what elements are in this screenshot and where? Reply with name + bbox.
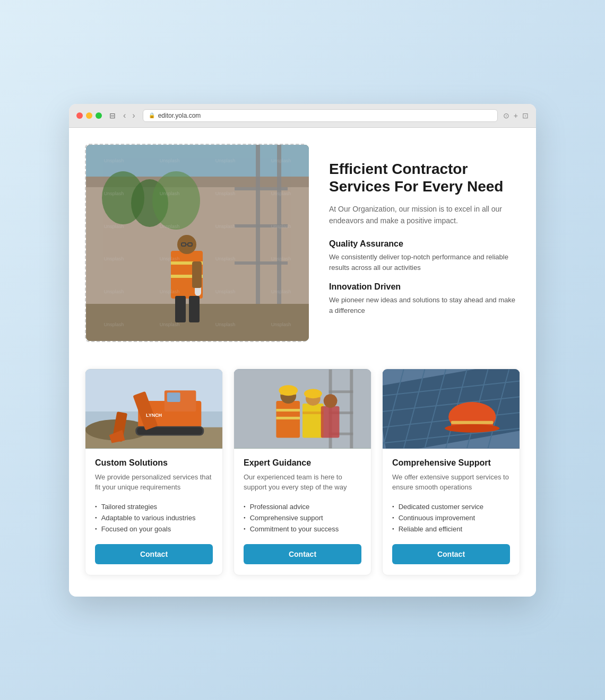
forward-button[interactable]: ›	[130, 110, 137, 121]
lock-icon: 🔒	[149, 112, 155, 118]
list-item: Adaptable to various industries	[95, 512, 213, 523]
hero-image: Unsplash Unsplash Unsplash Unsplash Unsp…	[86, 145, 309, 341]
list-item: Continuous improvement	[392, 512, 510, 523]
feature-innovation: Innovation Driven We pioneer new ideas a…	[329, 282, 520, 316]
browser-window: ⊟ ‹ › 🔒 editor.yola.com ⊙ + ⊡	[69, 104, 536, 597]
svg-rect-41	[329, 390, 353, 393]
url-text: editor.yola.com	[158, 112, 201, 119]
svg-rect-40	[350, 369, 353, 448]
hero-title: Efficient Contractor Services For Every …	[329, 160, 520, 196]
svg-rect-50	[302, 404, 324, 438]
cards-section: LYNCH Custom Solutions We provide person…	[85, 369, 520, 575]
card-comprehensive-support-title: Comprehensive Support	[392, 458, 510, 468]
maximize-button[interactable]	[96, 112, 102, 119]
svg-point-72	[445, 424, 499, 432]
nav-buttons: ‹ ›	[121, 110, 137, 121]
card-comprehensive-support-list: Dedicated customer service Continuous im…	[392, 501, 510, 535]
svg-rect-55	[321, 406, 340, 438]
hero-image-wrapper: Unsplash Unsplash Unsplash Unsplash Unsp…	[85, 144, 308, 342]
svg-rect-49	[280, 390, 296, 395]
contact-button-2[interactable]: Contact	[244, 544, 361, 564]
card-expert-guidance-list: Professional advice Comprehensive suppor…	[244, 501, 361, 535]
feature-quality-desc: We consistently deliver top-notch perfor…	[329, 252, 520, 273]
svg-rect-46	[276, 416, 300, 419]
svg-rect-5	[235, 187, 288, 190]
svg-rect-6	[235, 224, 288, 228]
card-custom-solutions: LYNCH Custom Solutions We provide person…	[85, 369, 223, 575]
hero-text: Efficient Contractor Services For Every …	[329, 160, 520, 326]
svg-rect-45	[276, 409, 300, 412]
card-image-solar	[383, 369, 520, 449]
svg-text:LYNCH: LYNCH	[146, 412, 162, 417]
svg-rect-54	[306, 393, 321, 397]
svg-rect-16	[189, 296, 200, 322]
browser-toolbar: ⊟ ‹ › 🔒 editor.yola.com ⊙ + ⊡	[69, 104, 536, 128]
list-item: Reliable and efficient	[392, 523, 510, 535]
browser-actions: ⊙ + ⊡	[503, 111, 529, 120]
svg-rect-51	[302, 411, 324, 414]
card-image-workers	[234, 369, 371, 449]
contact-button-1[interactable]: Contact	[95, 544, 213, 564]
help-icon[interactable]: ⊙	[503, 111, 509, 120]
svg-rect-7	[235, 261, 288, 265]
traffic-lights	[76, 112, 102, 119]
address-bar[interactable]: 🔒 editor.yola.com	[143, 109, 498, 122]
svg-rect-15	[175, 296, 186, 322]
list-item: Comprehensive support	[244, 512, 361, 523]
list-item: Focused on your goals	[95, 523, 213, 535]
list-item: Professional advice	[244, 501, 361, 512]
tabs-icon: ⊟	[109, 111, 116, 120]
feature-quality: Quality Assurance We consistently delive…	[329, 239, 520, 273]
svg-point-10	[152, 171, 200, 230]
page-content: Unsplash Unsplash Unsplash Unsplash Unsp…	[69, 128, 536, 597]
list-item: Tailored strategies	[95, 501, 213, 512]
hero-subtitle: At Our Organization, our mission is to e…	[329, 203, 520, 227]
svg-point-56	[324, 394, 338, 408]
menu-icon[interactable]: ⊡	[522, 111, 529, 120]
feature-quality-title: Quality Assurance	[329, 239, 520, 249]
card-comprehensive-support-body: Comprehensive Support We offer extensive…	[383, 449, 520, 575]
svg-rect-73	[451, 421, 493, 424]
card-comprehensive-support-desc: We offer extensive support services to e…	[392, 472, 510, 493]
card-expert-guidance-body: Expert Guidance Our experienced team is …	[234, 449, 371, 575]
card-image-excavator: LYNCH	[85, 369, 222, 449]
feature-innovation-title: Innovation Driven	[329, 282, 520, 292]
list-item: Commitment to your success	[244, 523, 361, 535]
close-button[interactable]	[76, 112, 83, 119]
card-comprehensive-support: Comprehensive Support We offer extensive…	[382, 369, 520, 575]
card-expert-guidance-desc: Our experienced team is here to support …	[244, 472, 361, 493]
hero-section: Unsplash Unsplash Unsplash Unsplash Unsp…	[85, 144, 520, 342]
minimize-button[interactable]	[86, 112, 92, 119]
list-item: Dedicated customer service	[392, 501, 510, 512]
add-tab-icon[interactable]: +	[514, 111, 518, 120]
back-button[interactable]: ‹	[121, 110, 128, 121]
card-custom-solutions-desc: We provide personalized services that fi…	[95, 472, 213, 493]
card-expert-guidance-title: Expert Guidance	[244, 458, 361, 468]
card-custom-solutions-title: Custom Solutions	[95, 458, 213, 468]
card-expert-guidance: Expert Guidance Our experienced team is …	[234, 369, 371, 575]
svg-rect-30	[167, 392, 180, 402]
svg-rect-23	[192, 261, 202, 288]
contact-button-3[interactable]: Contact	[392, 544, 510, 564]
card-custom-solutions-body: Custom Solutions We provide personalized…	[85, 449, 222, 575]
card-custom-solutions-list: Tailored strategies Adaptable to various…	[95, 501, 213, 535]
feature-innovation-desc: We pioneer new ideas and solutions to st…	[329, 295, 520, 316]
